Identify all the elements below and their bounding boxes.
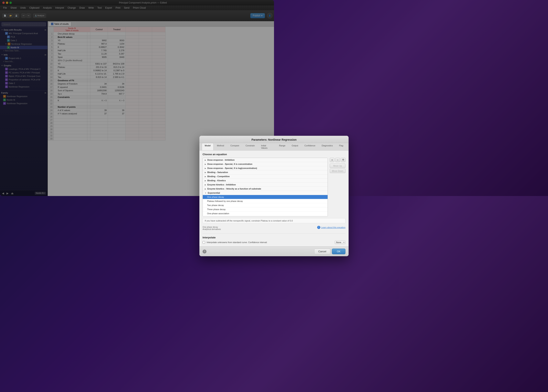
dialog-title: Parameters: Nonlinear Regression (203, 138, 274, 141)
dialog-tab-compare[interactable]: Compare (227, 143, 242, 150)
equation-panel: ▶ Dose-response - Inhibition ▶ Dose-resp… (203, 158, 274, 196)
eq-cat-dose-inhibition[interactable]: ▶ Dose-response - Inhibition (203, 158, 274, 162)
dialog-overlay: Parameters: Nonlinear Regression Model M… (0, 0, 274, 196)
choose-equation-label: Choose an equation (203, 153, 274, 156)
eq-cat-binding-competitive[interactable]: ▶ Binding - Competitive (203, 175, 274, 179)
eq-cat-exponential[interactable]: ▼ Exponential (203, 191, 274, 195)
dialog-tabs: Model Method Compare Constrain Initial V… (199, 143, 274, 150)
dose-inhibition-arrow-icon: ▶ (205, 159, 207, 161)
binding-kinetics-arrow-icon: ▶ (205, 180, 207, 182)
eq-cat-binding-kinetics[interactable]: ▶ Binding - Kinetics (203, 179, 274, 183)
binding-competitive-arrow-icon: ▶ (205, 175, 207, 178)
dialog-tab-method[interactable]: Method (214, 143, 227, 150)
dialog-tab-constrain[interactable]: Constrain (243, 143, 258, 150)
eq-cat-binding-saturation[interactable]: ▶ Binding - Saturation (203, 170, 274, 175)
parameters-dialog: Parameters: Nonlinear Regression Model M… (199, 136, 274, 196)
exponential-arrow-icon: ▼ (205, 192, 207, 194)
dialog-tab-model[interactable]: Model (202, 143, 214, 150)
eq-item-one-phase-decay[interactable]: One phase decay (203, 195, 274, 196)
eq-cat-dose-special-log[interactable]: ▶ Dose-response - Special, X is log(conc… (203, 166, 274, 170)
eq-cat-enzyme-inhibition[interactable]: ▶ Enzyme kinetics - Inhibition (203, 183, 274, 187)
equation-list: ▶ Dose-response - Inhibition ▶ Dose-resp… (203, 158, 274, 196)
dose-special-log-arrow-icon: ▶ (205, 167, 207, 169)
enzyme-inhibition-arrow-icon: ▶ (205, 184, 207, 186)
binding-saturation-arrow-icon: ▶ (205, 171, 207, 174)
dialog-body: Choose an equation ▶ Dose-response - Inh… (199, 150, 274, 196)
dialog-titlebar: Parameters: Nonlinear Regression (199, 136, 274, 143)
dialog-tab-initial-values[interactable]: Initial Values (258, 143, 274, 150)
eq-cat-dose-special-conc[interactable]: ▶ Dose-response - Special, X is concentr… (203, 162, 274, 166)
dose-special-conc-arrow-icon: ▶ (205, 163, 207, 165)
eq-cat-enzyme-velocity[interactable]: ▶ Enzyme kinetics - Velocity as a functi… (203, 187, 274, 191)
enzyme-velocity-arrow-icon: ▶ (205, 188, 207, 190)
